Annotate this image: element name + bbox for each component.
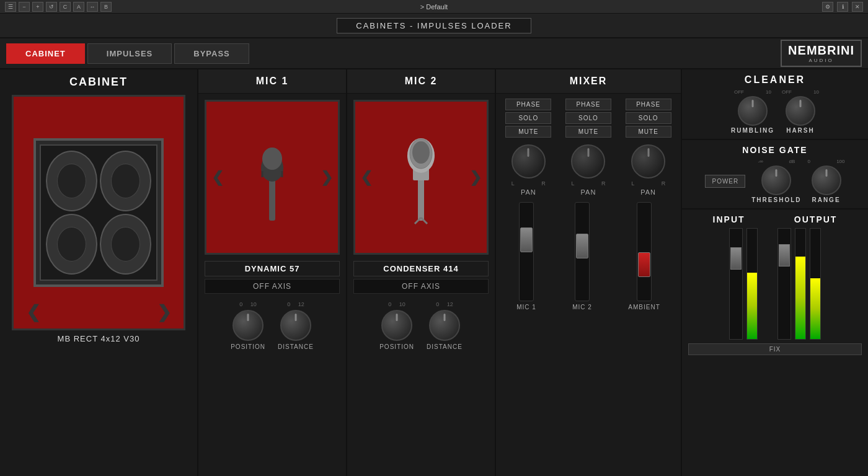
cabinet-nav: ❮ ❯ [14, 296, 184, 328]
mixer-ch3-pan-lr: LR [631, 180, 665, 187]
output-meter-r [810, 228, 821, 340]
settings-icon[interactable]: ⚙ [822, 2, 833, 12]
mixer-ch2-mute-button[interactable]: MUTE [565, 126, 611, 138]
fader-group-mic1: MIC 1 [516, 202, 536, 311]
mic1-prev-button[interactable]: ❮ [211, 169, 224, 186]
mixer-ch3-pan-knob[interactable] [631, 144, 665, 178]
svg-point-2 [262, 148, 282, 170]
speaker-grid [40, 144, 157, 281]
mic1-position-group: 0 10 POSITION [231, 301, 265, 350]
mixer-ch1-pan-knob[interactable] [512, 144, 546, 178]
preset-name: > Default [420, 3, 448, 11]
mic2-fader-label: MIC 2 [572, 304, 592, 311]
threshold-range: -∞dB [758, 159, 795, 164]
cleaner-section: CLEANER OFF10 RUMBLING OFF10 [682, 69, 868, 140]
mic2-fader-track [575, 202, 590, 301]
mic2-distance-knob[interactable] [429, 310, 460, 341]
undo-button[interactable]: ↺ [46, 2, 57, 12]
threshold-group: -∞dB THRESHOLD [751, 159, 801, 203]
mic1-distance-group: 0 12 DISTANCE [278, 301, 314, 350]
plugin-area: CABINET IMPULSES BYPASS NEMBRINI AUDIO C… [0, 38, 868, 476]
mic1-next-button[interactable]: ❯ [321, 169, 333, 186]
cabinet-display: ❮ ❯ [12, 95, 185, 330]
mixer-ch2-solo-button[interactable]: SOLO [565, 112, 611, 124]
output-meter-l-fill [795, 257, 805, 340]
output-meter-l [795, 228, 806, 340]
mic2-next-button[interactable]: ❯ [469, 169, 482, 186]
ambient-fader-label: AMBIENT [628, 304, 660, 311]
minus-button[interactable]: − [19, 2, 30, 12]
tab-bypass[interactable]: BYPASS [174, 43, 249, 64]
mixer-ch3-solo-button[interactable]: SOLO [626, 112, 671, 124]
plus-button[interactable]: + [32, 2, 43, 12]
mic2-prev-button[interactable]: ❮ [360, 169, 373, 186]
mic1-pos-range: 0 10 [239, 301, 257, 307]
range-group: 0100 RANGE [808, 159, 845, 203]
menu-button[interactable]: ☰ [5, 2, 16, 12]
speaker-2 [100, 151, 151, 211]
mic1-position-knob[interactable] [232, 310, 264, 341]
mic2-type-label: CONDENSER 414 [353, 261, 489, 276]
mixer-section: MIXER PHASE SOLO MUTE LR PAN PHASE SOLO … [496, 69, 682, 476]
a-button[interactable]: A [73, 2, 84, 12]
c-button[interactable]: C [60, 2, 71, 12]
mixer-ch1-solo-button[interactable]: SOLO [505, 112, 551, 124]
mixer-ch2-phase-button[interactable]: PHASE [565, 99, 611, 110]
rumbling-label: RUMBLING [731, 127, 774, 134]
mixer-channel-3: PHASE SOLO MUTE LR PAN [626, 99, 671, 196]
info-icon[interactable]: ℹ [837, 2, 848, 12]
mixer-ch2-pan-knob[interactable] [571, 144, 605, 178]
range-knob[interactable] [812, 165, 841, 195]
fix-button[interactable]: FIX [688, 343, 862, 355]
cabinet-name: MB RECT 4x12 V30 [58, 334, 140, 343]
cabinet-section: CABINET ❮ ❯ MB RECT 4x12 V30 [0, 69, 198, 476]
cabinet-prev-button[interactable]: ❮ [26, 302, 40, 322]
cabinet-title: CABINET [69, 76, 128, 89]
tab-cabinet[interactable]: CABINET [6, 43, 85, 64]
mixer-ch1-phase-button[interactable]: PHASE [505, 99, 551, 110]
rumbling-knob[interactable] [738, 96, 768, 126]
ab-button[interactable]: ↔ [87, 2, 98, 12]
mixer-ch1-pan-lr: LR [512, 180, 546, 187]
tab-impulses[interactable]: IMPULSES [87, 43, 172, 64]
close-button[interactable]: ✕ [852, 2, 863, 12]
mic2-display: ❮ ❯ [353, 100, 489, 255]
threshold-label: THRESHOLD [751, 196, 801, 203]
mixer-title: MIXER [496, 69, 681, 94]
mic2-axis-label: OFF AXIS [353, 279, 489, 294]
b-button[interactable]: B [100, 2, 112, 12]
mic1-distance-knob[interactable] [280, 310, 311, 341]
threshold-knob[interactable] [761, 165, 791, 195]
range-range: 0100 [808, 159, 845, 164]
mixer-ch3-phase-button[interactable]: PHASE [626, 99, 671, 110]
mixer-ch3-pan-label: PAN [640, 188, 656, 196]
mic2-position-label: POSITION [379, 343, 414, 350]
mixer-ch2-pan-lr: LR [571, 180, 605, 187]
harsh-range: OFF10 [782, 89, 819, 95]
noise-gate-section: NOISE GATE POWER -∞dB THRESHOLD 0100 [682, 140, 868, 209]
title-bar: CABINETS - IMPULSES LOADER [0, 14, 868, 38]
noise-gate-power-button[interactable]: POWER [705, 175, 745, 188]
harsh-knob[interactable] [786, 96, 815, 126]
input-meter [746, 228, 758, 340]
logo-sub: AUDIO [808, 58, 833, 63]
io-faders [688, 228, 862, 340]
mic2-position-knob[interactable] [381, 310, 412, 341]
input-fader-handle[interactable] [730, 247, 742, 270]
cabinet-next-button[interactable]: ❯ [157, 302, 171, 322]
mic2-fader-handle[interactable] [576, 234, 588, 258]
top-bar-controls: ☰ − + ↺ C A ↔ B [5, 2, 112, 12]
mic1-title: MIC 1 [198, 69, 346, 94]
mic1-fader-handle[interactable] [520, 227, 533, 252]
mixer-channel-2: PHASE SOLO MUTE LR PAN [565, 99, 611, 196]
mic1-type-label: DYNAMIC 57 [205, 261, 340, 276]
svg-rect-5 [418, 177, 424, 221]
mixer-ch1-mute-button[interactable]: MUTE [505, 126, 551, 138]
tab-bar: CABINET IMPULSES BYPASS NEMBRINI AUDIO [0, 38, 868, 69]
ambient-fader-handle[interactable] [638, 252, 650, 277]
svg-point-9 [412, 141, 430, 164]
mixer-ch1-pan-label: PAN [521, 188, 536, 196]
output-meter-r-fill [810, 278, 820, 339]
mixer-ch3-mute-button[interactable]: MUTE [626, 126, 671, 138]
output-fader-handle[interactable] [779, 244, 790, 267]
